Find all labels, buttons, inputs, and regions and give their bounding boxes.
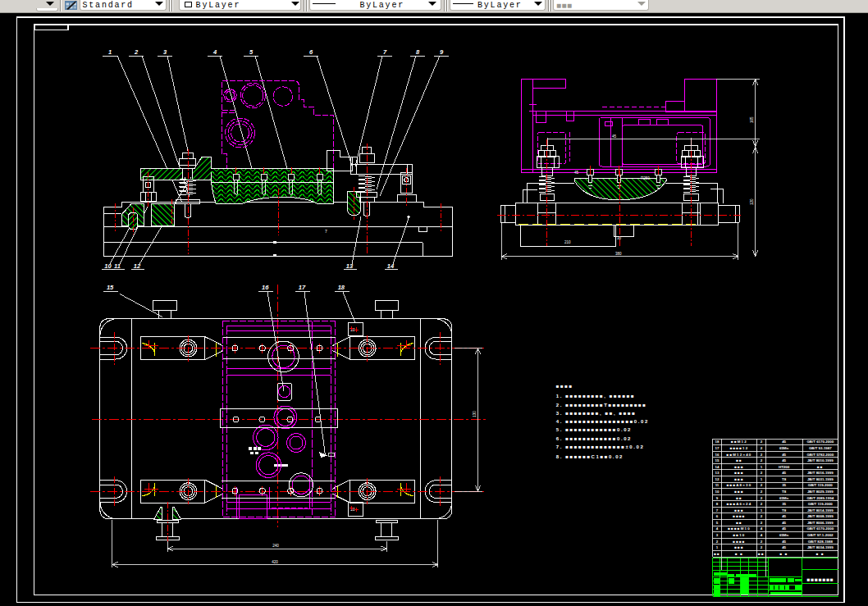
svg-text:8. ■■■■■■C1■■0.02: 8. ■■■■■■C1■■0.02: [556, 454, 624, 459]
svg-text:12: 12: [715, 477, 720, 481]
svg-text:1: 1: [108, 48, 112, 56]
svg-text:GB/T 6170-2000: GB/T 6170-2000: [806, 526, 834, 531]
svg-text:GB/T 2089-1994: GB/T 2089-1994: [806, 496, 834, 500]
svg-text:10: 10: [715, 490, 720, 494]
svg-text:JB/T 8010-1999: JB/T 8010-1999: [807, 458, 834, 462]
svg-text:30: 30: [617, 236, 622, 240]
svg-text:45: 45: [782, 521, 786, 525]
svg-text:JB/T 8014-1999: JB/T 8014-1999: [807, 508, 834, 513]
svg-text:■■■■: ■■■■: [556, 384, 573, 389]
svg-text:JB/T 8016-1999: JB/T 8016-1999: [807, 471, 834, 475]
svg-text:65Mn: 65Mn: [779, 533, 789, 537]
svg-text:17: 17: [299, 284, 306, 291]
svg-text:45: 45: [574, 171, 579, 175]
svg-text:T8: T8: [782, 490, 787, 494]
svg-text:15: 15: [107, 284, 114, 291]
svg-text:■■■A6×24: ■■■A6×24: [727, 502, 752, 506]
svg-text:■■■A8×30: ■■■A8×30: [727, 483, 752, 487]
svg-text:4. ■■■■■■■■■■■■■■■■0.02: 4. ■■■■■■■■■■■■■■■■0.02: [556, 419, 649, 424]
svg-text:65Mn: 65Mn: [779, 446, 789, 450]
svg-text:12: 12: [134, 262, 141, 270]
svg-text:14: 14: [387, 262, 395, 270]
svg-text:■■■: ■■■: [734, 477, 744, 481]
svg-text:2. ■■■■■■■■■T■■■■■■■■■: 2. ■■■■■■■■■T■■■■■■■■■: [556, 403, 647, 408]
svg-text:35: 35: [782, 502, 786, 506]
svg-text:3. ■■■■■■■■, ■■, ■■■■: 3. ■■■■■■■■, ■■, ■■■■: [556, 411, 637, 416]
svg-text:10: 10: [104, 262, 112, 270]
svg-text:16: 16: [715, 453, 720, 457]
svg-text:■■10: ■■10: [733, 533, 746, 537]
svg-text:45: 45: [782, 514, 786, 518]
svg-text:7. ■■■■■■■■■■■■■■±0.02: 7. ■■■■■■■■■■■■■■±0.02: [556, 444, 645, 449]
svg-text:130: 130: [473, 411, 477, 417]
svg-text:JB/T 8029-1999: JB/T 8029-1999: [807, 490, 834, 494]
svg-text:5. ■■■■■■■■■■■■0.02: 5. ■■■■■■■■■■■■0.02: [556, 427, 632, 432]
svg-text:■■: ■■: [736, 521, 742, 525]
svg-text:■■: ■■: [736, 496, 742, 500]
svg-text:45: 45: [782, 458, 786, 462]
svg-text:45: 45: [782, 526, 786, 531]
svg-text:■■: ■■: [817, 465, 824, 469]
svg-text:■ ■: ■ ■: [816, 552, 825, 556]
svg-text:JB/T 8008-1999: JB/T 8008-1999: [807, 514, 834, 518]
svg-text:JB/T 8006-1999: JB/T 8006-1999: [807, 521, 834, 525]
svg-text:45: 45: [782, 540, 786, 544]
svg-text:GB/T 5782-2000: GB/T 5782-2000: [806, 453, 834, 457]
svg-text:GB/T 119-2000: GB/T 119-2000: [808, 483, 834, 487]
svg-text:GB/T 828-1988: GB/T 828-1988: [808, 540, 834, 544]
svg-text:GB/T 93-1987: GB/T 93-1987: [809, 446, 832, 450]
svg-text:■■: ■■: [736, 458, 742, 462]
svg-text:■■■: ■■■: [734, 508, 744, 513]
svg-text:■■: ■■: [758, 552, 765, 556]
svg-text:14: 14: [715, 465, 720, 469]
svg-text:18: 18: [715, 440, 720, 444]
svg-text:■■■■M10: ■■■■M10: [728, 526, 751, 531]
svg-text:11: 11: [114, 262, 121, 270]
svg-text:240: 240: [272, 544, 279, 548]
svg-text:■■M12: ■■M12: [731, 440, 747, 444]
svg-text:JB/T 8034-1999: JB/T 8034-1999: [807, 545, 834, 549]
svg-text:17: 17: [715, 446, 720, 450]
svg-text:4: 4: [212, 48, 217, 56]
svg-text:45: 45: [782, 471, 786, 475]
svg-text:16: 16: [262, 284, 269, 291]
svg-text:45: 45: [782, 545, 786, 549]
svg-text:13: 13: [346, 262, 354, 270]
svg-text:■■■: ■■■: [734, 490, 744, 494]
svg-text:380: 380: [615, 252, 622, 256]
svg-text:T8: T8: [782, 477, 787, 481]
svg-text:6. ■■■■■■■■■■■■0.02: 6. ■■■■■■■■■■■■0.02: [556, 436, 632, 441]
svg-text:■■: ■■: [714, 552, 720, 556]
svg-text:15: 15: [715, 458, 720, 462]
svg-text:2: 2: [134, 48, 139, 56]
svg-text:GB/T 97.1-2002: GB/T 97.1-2002: [807, 533, 834, 537]
svg-text:■■■■12: ■■■■12: [730, 446, 749, 450]
svg-text:45: 45: [782, 440, 786, 444]
svg-text:■■■: ■■■: [734, 545, 744, 549]
svg-text:165: 165: [750, 116, 754, 123]
svg-text:13: 13: [715, 471, 720, 475]
svg-text:45: 45: [612, 134, 617, 139]
svg-text:■■M12×40: ■■M12×40: [727, 453, 752, 457]
svg-text:GB/T 119-2000: GB/T 119-2000: [808, 502, 834, 506]
svg-text:18: 18: [338, 284, 345, 291]
svg-text:11: 11: [715, 483, 720, 487]
svg-text:65Mn: 65Mn: [779, 496, 789, 500]
svg-text:35: 35: [782, 483, 786, 487]
svg-text:420: 420: [272, 560, 278, 564]
svg-text:■■■: ■■■: [734, 471, 744, 475]
svg-text:GB/T 6170-2000: GB/T 6170-2000: [806, 440, 834, 444]
svg-text:■ ■: ■ ■: [735, 552, 743, 556]
svg-text:1. ■■■■■■■■■, ■■■■■■: 1. ■■■■■■■■■, ■■■■■■: [556, 394, 635, 399]
svg-text:210: 210: [564, 240, 571, 244]
svg-text:JB/T 8031-1999: JB/T 8031-1999: [807, 477, 834, 481]
svg-text:R250: R250: [641, 176, 650, 180]
svg-text:HT200: HT200: [779, 465, 790, 469]
svg-text:■■■■: ■■■■: [733, 514, 745, 518]
svg-text:■■■■: ■■■■: [733, 540, 745, 544]
svg-text:■■■■■■■: ■■■■■■■: [807, 576, 834, 582]
svg-text:7: 7: [325, 229, 327, 234]
svg-text:T8: T8: [782, 508, 787, 513]
svg-text:■■■: ■■■: [734, 465, 744, 469]
svg-text:■ ■: ■ ■: [780, 552, 788, 556]
